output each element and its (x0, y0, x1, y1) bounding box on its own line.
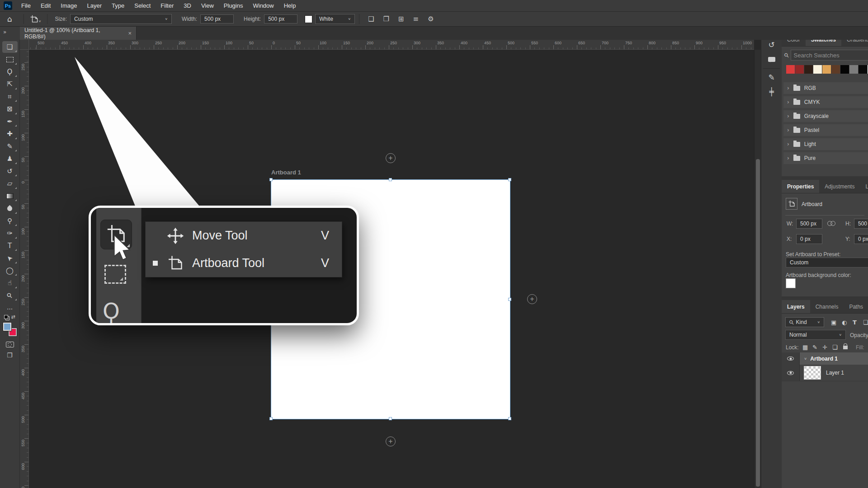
close-tab-icon[interactable]: × (128, 30, 132, 37)
filter-shape-layers-icon[interactable]: ❏ (863, 319, 868, 326)
layer-name[interactable]: Artboard 1 (810, 356, 838, 362)
add-artboard-right-button[interactable]: + (527, 294, 537, 304)
menu-item[interactable]: Help (279, 2, 301, 9)
menu-item[interactable]: Type (107, 2, 129, 9)
menu-item[interactable]: Layer (82, 2, 107, 9)
lock-position-icon[interactable]: ✛ (822, 344, 827, 351)
resize-handle-bottom-center[interactable] (389, 417, 392, 420)
blend-mode-select[interactable]: Normal ∨ (785, 330, 846, 340)
brush-tool[interactable]: ✎ (2, 141, 18, 152)
tab-libraries[interactable]: Libraries (860, 180, 868, 193)
size-select[interactable]: Custom ∨ (70, 14, 172, 24)
scrollbar-thumb[interactable] (756, 159, 760, 487)
foreground-color-chip[interactable] (3, 323, 11, 331)
tab-paths[interactable]: Paths (844, 300, 868, 313)
home-icon[interactable]: ⌂ (7, 15, 12, 23)
layer-row-layer1[interactable]: Layer 1 (782, 365, 868, 381)
rectangular-marquee-tool-icon[interactable] (104, 265, 126, 284)
clone-stamp-tool[interactable]: ♟ (2, 153, 18, 165)
screen-mode-icon[interactable]: ❐ (7, 352, 13, 358)
resize-handle-top-left[interactable] (269, 178, 273, 181)
color-swatch[interactable] (786, 65, 795, 74)
flyout-menu-item[interactable]: Move Tool V (146, 222, 342, 249)
lock-artboard-icon[interactable]: ❏ (832, 344, 838, 351)
default-colors-icon[interactable] (4, 315, 8, 319)
spot-healing-brush-tool[interactable]: ✚ (2, 128, 18, 140)
artboard-to-size-icon[interactable]: ❑ (368, 16, 374, 23)
color-swatch[interactable] (840, 65, 849, 74)
width-input[interactable] (200, 14, 234, 23)
eyedropper-tool[interactable]: ✒ (2, 116, 18, 127)
swap-colors-icon[interactable]: ⇄ (11, 314, 15, 319)
lasso-tool-icon[interactable]: Ϙ (103, 300, 120, 322)
lock-all-icon[interactable] (843, 346, 848, 349)
swatch-search-box[interactable] (791, 50, 868, 61)
artboard-tool[interactable]: ❏ (2, 41, 18, 53)
resize-handle-top-center[interactable] (389, 178, 392, 181)
height-input[interactable] (264, 14, 297, 23)
artboard-preset-select[interactable]: Custom (786, 258, 868, 267)
lock-transparent-pixels-icon[interactable]: ▦ (802, 344, 808, 351)
lasso-tool[interactable]: Ϙ (2, 66, 18, 78)
swatch-group-grayscale[interactable]: › Grayscale (783, 110, 868, 122)
add-artboard-above-button[interactable]: + (386, 153, 396, 163)
zoom-tool[interactable]: ⚲ (2, 290, 18, 301)
width-field[interactable]: 500 px (796, 219, 822, 229)
ruler-vertical[interactable]: 2502001501005005010015020025030035040045… (20, 50, 29, 488)
menu-item[interactable]: 3D (179, 2, 196, 9)
chevron-right-icon[interactable]: › (787, 113, 789, 119)
quick-mask-icon[interactable] (6, 342, 14, 347)
tab-adjustments[interactable]: Adjustments (819, 180, 860, 193)
y-field[interactable]: 0 px (854, 234, 868, 244)
document-tab[interactable]: Untitled-1 @ 100% (Artboard 1, RGB/8#) × (20, 27, 137, 40)
filter-pixel-layers-icon[interactable]: ▣ (831, 319, 836, 326)
visibility-cell[interactable] (782, 365, 800, 381)
color-swatch[interactable] (831, 65, 840, 74)
resize-handle-bottom-right[interactable] (508, 417, 511, 420)
swatch-group-light[interactable]: › Light (783, 138, 868, 150)
add-artboard-below-button[interactable]: + (386, 436, 396, 446)
ellipse-tool[interactable]: ◯ (2, 265, 18, 277)
ruler-horizontal[interactable]: 5004504003503002502001501005005010015020… (29, 40, 754, 50)
resize-handle-bottom-left[interactable] (269, 417, 273, 420)
menu-item[interactable]: Select (129, 2, 156, 9)
menu-item[interactable]: Plugins (219, 2, 248, 9)
frame-tool[interactable]: ⊠ (2, 103, 18, 115)
color-swatch[interactable] (804, 65, 813, 74)
hand-tool[interactable]: ☝ (2, 277, 18, 289)
flyout-menu-item[interactable]: Artboard Tool V (146, 249, 342, 277)
artboard-name-label[interactable]: Artboard 1 (271, 169, 301, 176)
type-tool[interactable]: T (2, 240, 18, 252)
menu-item[interactable]: Image (56, 2, 82, 9)
vertical-scrollbar[interactable] (754, 50, 761, 488)
color-swatch[interactable] (795, 65, 804, 74)
pen-tool[interactable]: ✑ (2, 228, 18, 239)
eye-icon[interactable] (787, 371, 794, 375)
menu-item[interactable]: Filter (156, 2, 179, 9)
chevron-right-icon[interactable]: › (787, 85, 789, 91)
eye-icon[interactable] (787, 357, 794, 361)
align-distribute-icon[interactable]: ≡ (413, 16, 419, 23)
add-new-artboard-icon[interactable]: ⊞ (398, 16, 404, 23)
menu-item[interactable]: Window (248, 2, 278, 9)
swatch-group-rgb[interactable]: › RGB (783, 82, 868, 94)
resize-handle-middle-right[interactable] (508, 298, 511, 301)
x-field[interactable]: 0 px (796, 234, 822, 244)
path-selection-tool[interactable]: ➤ (2, 253, 18, 264)
artboard-bg-color-chip[interactable] (786, 278, 796, 288)
search-swatches-input[interactable] (791, 52, 868, 59)
lock-image-pixels-icon[interactable]: ✎ (812, 344, 817, 351)
eraser-tool[interactable]: ▱ (2, 178, 18, 190)
link-dimensions-icon[interactable] (827, 221, 835, 225)
tab-layers[interactable]: Layers (782, 300, 810, 313)
history-brush-tool[interactable]: ↺ (2, 165, 18, 177)
swatch-group-pure[interactable]: › Pure (783, 152, 868, 164)
chevron-right-icon[interactable]: › (787, 127, 789, 133)
color-swatch[interactable] (849, 65, 858, 74)
chevron-right-icon[interactable]: › (787, 141, 789, 147)
height-field[interactable]: 500 px (854, 219, 868, 229)
chevron-right-icon[interactable]: › (787, 155, 789, 161)
dodge-tool[interactable]: ⚲ (2, 215, 18, 227)
crop-tool[interactable]: ⌗ (2, 91, 18, 103)
chevron-down-icon[interactable]: ∨ (804, 357, 807, 360)
